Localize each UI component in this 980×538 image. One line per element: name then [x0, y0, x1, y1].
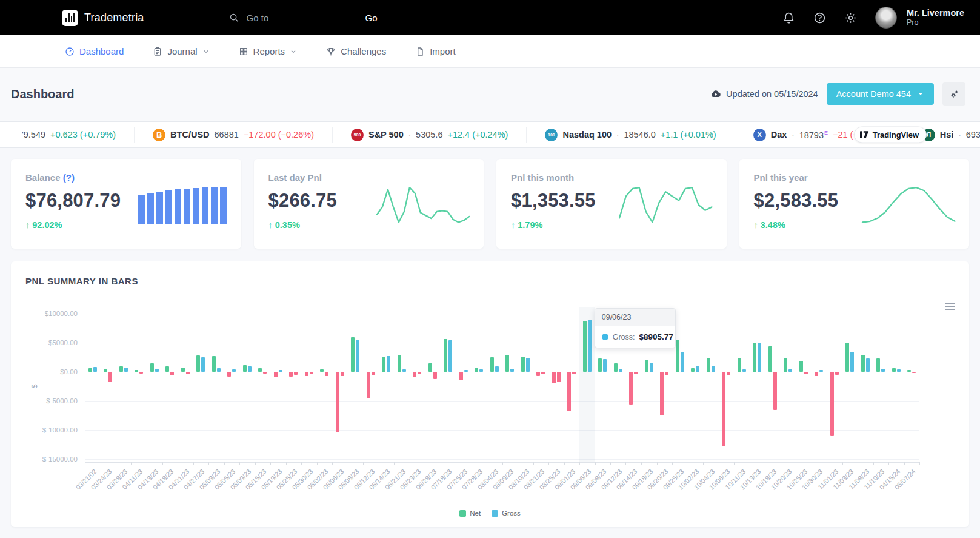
chart-bar-net[interactable]: [676, 340, 679, 372]
chart-bar-net[interactable]: [428, 363, 432, 372]
chart-bar-gross[interactable]: [835, 372, 839, 375]
dashboard-settings-button[interactable]: [942, 82, 965, 106]
chart-bar-gross[interactable]: [479, 369, 483, 372]
chart-bar-gross[interactable]: [433, 372, 437, 380]
ticker-item-btcusd[interactable]: B BTC/USD 66881 −172.00 (−0.26%): [135, 127, 333, 143]
chart-bar-gross[interactable]: [155, 369, 159, 372]
chart-bar-net[interactable]: [88, 368, 92, 372]
chart-bar-gross[interactable]: [356, 340, 359, 372]
chart-bar-net[interactable]: [227, 372, 231, 377]
chart-bar-net[interactable]: [150, 363, 154, 372]
chart-bar-gross[interactable]: [170, 372, 174, 375]
chart-bar-gross[interactable]: [294, 372, 298, 375]
chart-bar-net[interactable]: [212, 356, 216, 372]
chart-bar-gross[interactable]: [773, 372, 777, 410]
chart-bar-net[interactable]: [567, 372, 571, 411]
chart-bar-gross[interactable]: [186, 372, 190, 374]
chart-bar-net[interactable]: [738, 358, 741, 372]
chart-bar-net[interactable]: [305, 372, 308, 376]
user-block[interactable]: Mr. Livermore Pro: [907, 7, 964, 28]
chart-bar-net[interactable]: [196, 355, 200, 372]
ticker-item-partial[interactable]: '9.549 +0.623 (+0.79%): [4, 127, 135, 143]
chart-bar-gross[interactable]: [881, 369, 885, 372]
chart-bar-net[interactable]: [768, 346, 772, 372]
chart-bar-net[interactable]: [830, 372, 834, 436]
chart-bar-gross[interactable]: [217, 368, 221, 372]
chart-bar-gross[interactable]: [696, 366, 699, 372]
chart-bar-net[interactable]: [552, 372, 556, 383]
avatar[interactable]: [875, 7, 897, 29]
account-selector-button[interactable]: Account Demo 454: [827, 83, 934, 105]
chart-bar-net[interactable]: [413, 372, 416, 377]
ticker-item-nasdaq100[interactable]: 100 Nasdaq 100 · 18546.0 +1.1 (+0.01%): [527, 127, 735, 143]
chart-bar-gross[interactable]: [108, 372, 112, 382]
chart-bar-gross[interactable]: [402, 369, 406, 372]
chart-bar-gross[interactable]: [310, 372, 313, 374]
chart-bar-gross[interactable]: [650, 363, 653, 372]
chart-bar-net[interactable]: [784, 358, 787, 372]
chart-bar-net[interactable]: [274, 372, 278, 377]
chart-bar-net[interactable]: [382, 357, 385, 372]
legend-item-net[interactable]: Net: [459, 509, 481, 517]
chart-bar-gross[interactable]: [448, 340, 452, 372]
chart-bar-net[interactable]: [536, 372, 540, 376]
chart-bar-gross[interactable]: [758, 343, 761, 372]
chart-bar-net[interactable]: [861, 355, 865, 372]
chart-bar-gross[interactable]: [387, 356, 390, 372]
tab-dashboard[interactable]: Dashboard: [65, 46, 124, 56]
chart-bar-gross[interactable]: [712, 366, 715, 372]
chart-bar-net[interactable]: [505, 355, 509, 372]
chart-bar-net[interactable]: [119, 366, 123, 372]
chart-bar-net[interactable]: [351, 337, 355, 372]
chart-bar-gross[interactable]: [603, 359, 607, 372]
chart-bar-gross[interactable]: [418, 372, 421, 374]
chart-bar-gross[interactable]: [325, 372, 328, 376]
chart-bar-net[interactable]: [707, 358, 710, 372]
chart-bar-net[interactable]: [398, 355, 401, 372]
chart-bar-gross[interactable]: [557, 372, 561, 382]
chart-bar-net[interactable]: [598, 358, 602, 372]
tab-import[interactable]: Import: [415, 46, 456, 56]
notifications-button[interactable]: [782, 12, 795, 24]
settings-nav-button[interactable]: [844, 12, 857, 24]
chart-bar-net[interactable]: [876, 358, 880, 372]
bar-chart-plot[interactable]: $ 09/06/23 Gross: $8905.77 $10000.00$500…: [85, 311, 919, 462]
chart-bar-gross[interactable]: [619, 369, 622, 372]
chart-bar-net[interactable]: [289, 372, 293, 377]
chart-bar-gross[interactable]: [541, 372, 545, 374]
chart-bar-net[interactable]: [243, 365, 247, 372]
go-button[interactable]: Go: [365, 13, 378, 23]
chart-bar-gross[interactable]: [124, 368, 128, 372]
chart-bar-gross[interactable]: [742, 369, 746, 372]
chart-bar-net[interactable]: [258, 368, 262, 372]
chart-bar-gross[interactable]: [788, 369, 792, 372]
chart-bar-net[interactable]: [104, 369, 107, 372]
chart-bar-gross[interactable]: [804, 372, 808, 374]
chart-bar-gross[interactable]: [572, 372, 576, 374]
chart-bar-gross[interactable]: [495, 366, 499, 372]
chart-bar-net[interactable]: [845, 343, 849, 372]
chart-bar-gross[interactable]: [279, 370, 282, 372]
chart-bar-net[interactable]: [907, 370, 911, 372]
chart-bar-net[interactable]: [892, 368, 896, 372]
chart-bar-net[interactable]: [583, 321, 587, 372]
chart-bar-gross[interactable]: [263, 372, 267, 374]
chart-bar-net[interactable]: [660, 372, 664, 415]
chart-bar-net[interactable]: [336, 372, 339, 432]
chart-bar-net[interactable]: [165, 366, 169, 372]
chart-bar-net[interactable]: [629, 372, 633, 405]
chart-bar-gross[interactable]: [526, 358, 530, 372]
chart-bar-net[interactable]: [614, 363, 618, 372]
chart-bar-net[interactable]: [799, 361, 803, 372]
chart-bar-net[interactable]: [459, 372, 463, 380]
chart-bar-net[interactable]: [320, 369, 324, 372]
chart-bar-net[interactable]: [367, 372, 370, 398]
chart-bar-gross[interactable]: [681, 352, 684, 372]
chart-bar-gross[interactable]: [372, 372, 375, 375]
balance-help-link[interactable]: (?): [63, 172, 75, 183]
chart-bar-gross[interactable]: [232, 369, 236, 372]
help-button[interactable]: [813, 12, 826, 24]
chart-bar-gross[interactable]: [850, 352, 854, 372]
tradingview-badge[interactable]: TradingView: [854, 127, 927, 143]
chart-bar-gross[interactable]: [866, 358, 870, 372]
